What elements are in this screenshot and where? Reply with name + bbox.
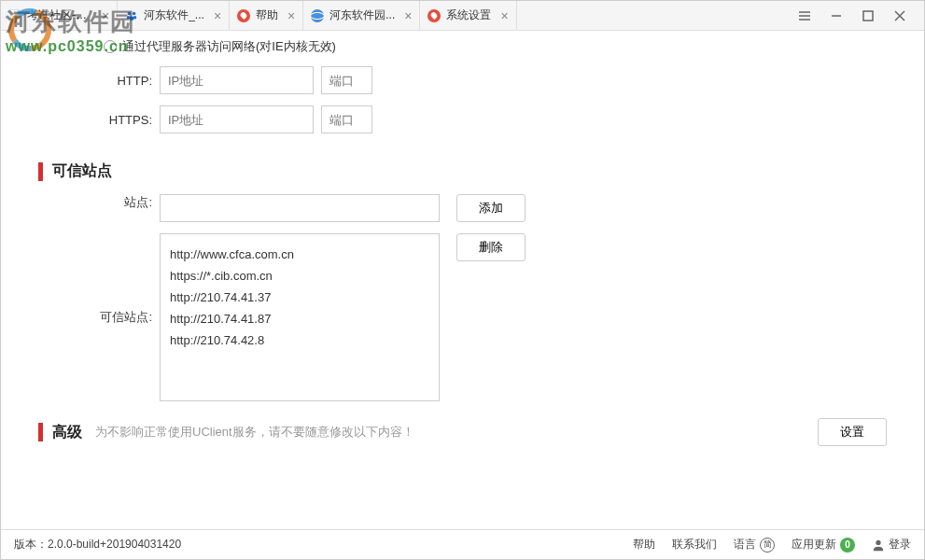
close-icon[interactable]: ×	[102, 8, 109, 23]
menu-icon[interactable]	[797, 8, 812, 23]
https-port-input[interactable]	[321, 105, 372, 133]
close-icon[interactable]: ×	[500, 8, 508, 23]
http-port-input[interactable]	[321, 66, 372, 94]
status-language[interactable]: 语言 简	[734, 537, 775, 553]
tab-1[interactable]: 河东软件_... ×	[118, 1, 230, 30]
titlebar: 📄 考试社区-园... × 河东软件_... × 帮助 × 河东软件园... ×…	[1, 1, 924, 31]
status-login[interactable]: 登录	[872, 537, 911, 553]
minimize-icon[interactable]	[829, 8, 844, 23]
tab-0[interactable]: 📄 考试社区-园... ×	[1, 1, 118, 30]
flame-icon	[237, 9, 250, 22]
status-contact-label: 联系我们	[672, 537, 717, 553]
svg-point-14	[876, 539, 880, 544]
tab-label: 考试社区-园...	[27, 7, 92, 23]
advanced-hint: 为不影响正常使用UClient服务，请不要随意修改以下内容！	[95, 424, 414, 441]
flame-icon	[427, 9, 441, 22]
delete-button[interactable]: 删除	[456, 233, 526, 261]
tab-label: 河东软件园...	[329, 7, 395, 23]
list-item[interactable]: http://210.74.42.8	[161, 329, 439, 351]
svg-point-6	[130, 16, 134, 20]
site-input-row: 站点: 添加	[1, 194, 887, 222]
list-item[interactable]: http://210.74.41.37	[161, 287, 439, 308]
globe-icon	[311, 9, 324, 22]
close-icon[interactable]: ×	[287, 8, 295, 23]
svg-point-2	[128, 11, 132, 15]
section-bar-icon	[38, 423, 43, 441]
settings-content: 通过代理服务器访问网络(对IE内核无效) HTTP: HTTPS: 可信站点 站…	[1, 31, 924, 529]
proxy-radio-option[interactable]: 通过代理服务器访问网络(对IE内核无效)	[1, 31, 887, 66]
svg-rect-11	[863, 11, 873, 21]
http-row: HTTP:	[1, 66, 887, 94]
https-row: HTTPS:	[1, 105, 887, 133]
tab-label: 帮助	[256, 7, 278, 23]
advanced-header: 高级 为不影响正常使用UClient服务，请不要随意修改以下内容！ 设置	[1, 401, 887, 459]
status-login-label: 登录	[889, 537, 911, 553]
update-count-badge: 0	[840, 538, 855, 553]
http-label: HTTP:	[1, 74, 160, 88]
trusted-list-row: 可信站点: http://www.cfca.com.cn https://*.c…	[1, 233, 887, 401]
window-close-icon[interactable]	[892, 8, 907, 23]
section-bar-icon	[38, 162, 43, 181]
radio-icon[interactable]	[104, 40, 117, 53]
window-controls	[780, 8, 924, 23]
paw-icon	[125, 9, 138, 22]
add-button[interactable]: 添加	[456, 194, 526, 222]
trusted-sites-header: 可信站点	[1, 145, 887, 194]
language-badge-icon: 简	[760, 538, 775, 553]
statusbar: 版本：2.0.0-build+201904031420 帮助 联系我们 语言 简…	[1, 529, 924, 559]
svg-point-3	[133, 11, 136, 15]
proxy-option-label: 通过代理服务器访问网络(对IE内核无效)	[122, 38, 336, 55]
close-icon[interactable]: ×	[214, 8, 221, 23]
list-item[interactable]: http://www.cfca.com.cn	[161, 244, 439, 265]
status-help-label: 帮助	[633, 537, 655, 553]
list-item[interactable]: https://*.cib.com.cn	[161, 265, 439, 287]
status-language-label: 语言	[734, 537, 756, 553]
http-ip-input[interactable]	[160, 66, 314, 94]
https-label: HTTPS:	[1, 113, 160, 127]
settings-button[interactable]: 设置	[818, 418, 887, 446]
site-label: 站点:	[1, 194, 160, 211]
tab-label: 河东软件_...	[144, 7, 204, 23]
tab-2[interactable]: 帮助 ×	[230, 1, 303, 30]
trusted-sites-listbox[interactable]: http://www.cfca.com.cn https://*.cib.com…	[160, 233, 440, 401]
status-help[interactable]: 帮助	[633, 537, 655, 553]
user-icon	[872, 539, 885, 552]
status-update-label: 应用更新	[792, 537, 836, 553]
advanced-title: 高级	[52, 423, 82, 442]
tab-strip: 📄 考试社区-园... × 河东软件_... × 帮助 × 河东软件园... ×…	[1, 1, 780, 30]
trusted-list-label: 可信站点:	[1, 309, 160, 326]
tab-3[interactable]: 河东软件园... ×	[303, 1, 420, 30]
tab-label: 系统设置	[446, 7, 491, 23]
tab-4[interactable]: 系统设置 ×	[420, 1, 516, 30]
status-contact[interactable]: 联系我们	[672, 537, 717, 553]
close-icon[interactable]: ×	[404, 8, 412, 23]
trusted-sites-title: 可信站点	[52, 161, 112, 181]
https-ip-input[interactable]	[160, 105, 314, 133]
site-input[interactable]	[160, 194, 440, 222]
status-update[interactable]: 应用更新 0	[792, 537, 855, 553]
list-item[interactable]: http://210.74.41.87	[161, 308, 439, 329]
version-text: 版本：2.0.0-build+201904031420	[14, 537, 633, 553]
doc-icon: 📄	[8, 9, 21, 22]
maximize-icon[interactable]	[861, 8, 876, 23]
